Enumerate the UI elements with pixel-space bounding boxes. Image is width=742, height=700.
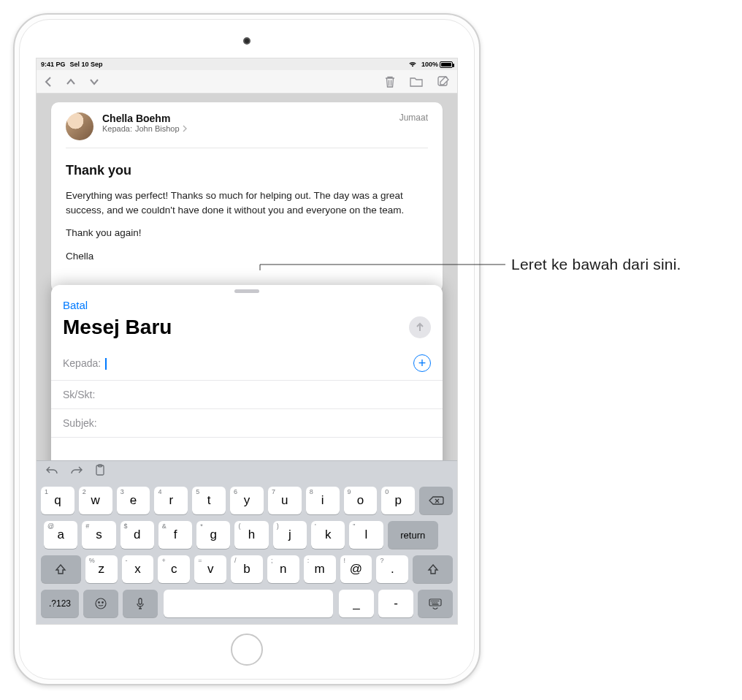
callout-line bbox=[0, 0, 742, 700]
callout-text: Leret ke bawah dari sini. bbox=[511, 256, 681, 273]
